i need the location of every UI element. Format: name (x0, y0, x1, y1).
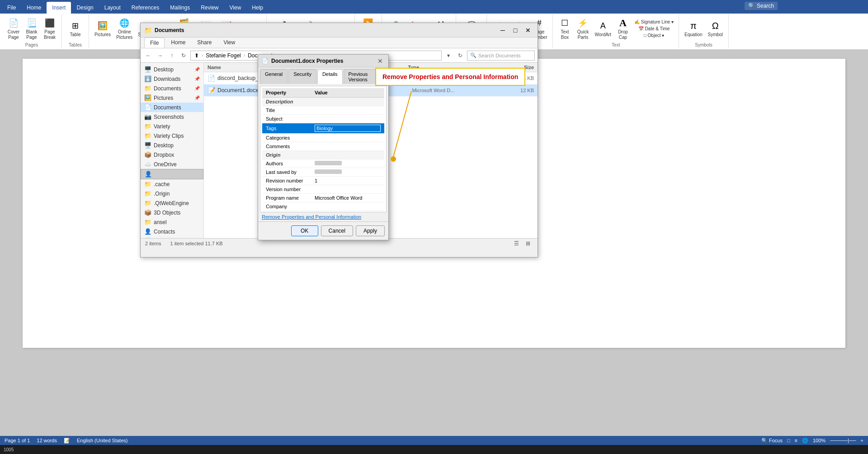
grid-view-button[interactable]: ⊞ (523, 239, 533, 248)
ok-button[interactable]: OK (291, 225, 318, 236)
nav-item-variety-clips[interactable]: 📁 Variety Clips (141, 131, 203, 140)
object-button[interactable]: □ Object ▾ (633, 33, 675, 38)
page-break-icon: ⬛ (43, 17, 56, 29)
row-authors[interactable]: Authors (262, 159, 384, 168)
forward-button[interactable]: → (155, 51, 165, 61)
tab-references[interactable]: References (126, 2, 165, 14)
file-size-document1: 12 KB (496, 88, 534, 93)
search-icon: 🔍 (470, 52, 476, 58)
online-pictures-button[interactable]: 🌐 OnlinePictures (114, 16, 134, 41)
prop-revision-value: 1 (311, 177, 384, 185)
row-company[interactable]: Company (262, 202, 384, 211)
drop-cap-button[interactable]: A DropCap (615, 16, 631, 41)
list-view-button[interactable]: ☰ (511, 239, 521, 248)
up-button[interactable]: ↑ (167, 51, 177, 61)
nav-item-documents1[interactable]: 📁 Documents 📌 (141, 84, 203, 93)
nav-item-pictures[interactable]: 🖼️ Pictures 📌 (141, 93, 203, 103)
quick-parts-button[interactable]: ⚡ QuickParts (575, 16, 591, 41)
tab-design[interactable]: Design (71, 2, 99, 14)
row-manager[interactable]: Manager (262, 211, 384, 213)
symbol-button[interactable]: Ω Symbol (706, 19, 725, 38)
apply-button[interactable]: Apply (356, 225, 385, 236)
nav-item-label: Documents (154, 104, 181, 111)
row-program[interactable]: Program name Microsoft Office Word (262, 194, 384, 202)
prop-subject-value[interactable] (311, 115, 384, 123)
minimize-button[interactable]: ─ (497, 26, 509, 35)
row-tags[interactable]: Tags (262, 123, 384, 134)
nav-item-ansel[interactable]: 📁 ansel (141, 217, 203, 227)
refresh-nav-button[interactable]: ↻ (455, 51, 465, 61)
refresh-button[interactable]: ↻ (179, 51, 189, 61)
cover-page-label: CoverPage (8, 29, 20, 40)
ribbon-group-symbols: π Equation Ω Symbol Symbols (679, 14, 729, 48)
explorer-tab-home[interactable]: Home (165, 37, 191, 48)
prop-tags-value[interactable] (311, 123, 384, 134)
table-button[interactable]: ⊞ Table (67, 19, 84, 38)
row-version[interactable]: Version number (262, 185, 384, 194)
dialog-tab-security[interactable]: Security (288, 69, 316, 84)
nav-item-3d-objects[interactable]: 📦 3D Objects (141, 208, 203, 217)
nav-item-dropbox[interactable]: 📦 Dropbox (141, 150, 203, 159)
row-last-saved-by[interactable]: Last saved by (262, 168, 384, 177)
tab-insert[interactable]: Insert (47, 2, 71, 14)
row-title[interactable]: Title (262, 106, 384, 115)
signature-line-button[interactable]: ✍ Signature Line ▾ (633, 19, 675, 25)
nav-item-variety[interactable]: 📁 Variety (141, 122, 203, 131)
tab-file[interactable]: File (2, 2, 21, 14)
dialog-tabs: General Security Details Previous Versio… (258, 67, 388, 84)
nav-item-documents-selected[interactable]: 📄 Documents (141, 103, 203, 112)
date-time-button[interactable]: 📅 Date & Time (633, 26, 675, 32)
nav-item-desktop2[interactable]: 🖥️ Desktop (141, 140, 203, 150)
explorer-tab-share[interactable]: Share (192, 37, 217, 48)
close-button[interactable]: ✕ (522, 26, 534, 35)
back-button[interactable]: ← (143, 51, 153, 61)
cover-page-button[interactable]: 📄 CoverPage (5, 16, 22, 41)
tab-mailings[interactable]: Mailings (165, 2, 195, 14)
nav-item-desktop1[interactable]: 🖥️ Desktop 📌 (141, 65, 203, 74)
equation-button[interactable]: π Equation (683, 19, 704, 38)
row-comments[interactable]: Comments (262, 142, 384, 151)
pages-group-label: Pages (25, 42, 38, 47)
page-break-button[interactable]: ⬛ PageBreak (42, 16, 58, 41)
nav-item-cache[interactable]: 📁 .cache (141, 179, 203, 189)
prop-categories-value[interactable] (311, 134, 384, 142)
nav-item-screenshots[interactable]: 📷 Screenshots (141, 112, 203, 122)
prop-comments-value[interactable] (311, 142, 384, 151)
dropdown-button[interactable]: ▾ (443, 51, 453, 61)
textbox-button[interactable]: ☐ TextBox (557, 16, 573, 41)
blank-page-button[interactable]: 📃 BlankPage (24, 16, 40, 41)
callout: Remove Properties and Personal Informati… (375, 68, 525, 86)
dialog-tab-general[interactable]: General (260, 69, 288, 84)
row-subject[interactable]: Subject (262, 115, 384, 123)
dialog-close-button[interactable]: ✕ (376, 56, 385, 66)
pictures-button[interactable]: 🖼️ Pictures (93, 19, 113, 38)
wordart-button[interactable]: A WordArt (593, 19, 613, 38)
nav-item-origin[interactable]: 📁 .Origin (141, 189, 203, 198)
nav-item-contacts[interactable]: 👤 Contacts (141, 227, 203, 236)
pictures-icon: 🖼️ (96, 19, 109, 32)
tab-layout[interactable]: Layout (99, 2, 126, 14)
row-categories[interactable]: Categories (262, 134, 384, 142)
dialog-tab-details[interactable]: Details (317, 69, 343, 84)
prop-title-value[interactable] (311, 106, 384, 115)
nav-item-user-folder[interactable]: 👤 (141, 169, 203, 179)
maximize-button[interactable]: □ (509, 26, 521, 35)
ansel-icon: 📁 (144, 219, 151, 225)
nav-item-desktop3[interactable]: 🖥️ Desktop (141, 236, 203, 238)
nav-item-qtwebengine[interactable]: 📁 .QtWebEngine (141, 198, 203, 208)
cancel-button[interactable]: Cancel (321, 225, 353, 236)
tab-review[interactable]: Review (195, 2, 224, 14)
row-revision[interactable]: Revision number 1 (262, 177, 384, 185)
prop-program-label: Program name (262, 194, 311, 202)
explorer-tab-file[interactable]: File (144, 37, 165, 48)
tab-home[interactable]: Home (21, 2, 47, 14)
explorer-tab-view[interactable]: View (218, 37, 241, 48)
nav-item-onedrive[interactable]: ☁️ OneDrive (141, 159, 203, 169)
remove-properties-link[interactable]: Remove Properties and Personal Informati… (262, 214, 385, 220)
ribbon-search[interactable]: 🔍 Search (745, 2, 778, 10)
nav-item-downloads[interactable]: ⬇️ Downloads 📌 (141, 74, 203, 84)
tab-help[interactable]: Help (246, 2, 269, 14)
tab-view[interactable]: View (224, 2, 247, 14)
tags-input[interactable] (315, 125, 381, 132)
explorer-search-box[interactable]: 🔍 Search Documents (467, 51, 535, 61)
